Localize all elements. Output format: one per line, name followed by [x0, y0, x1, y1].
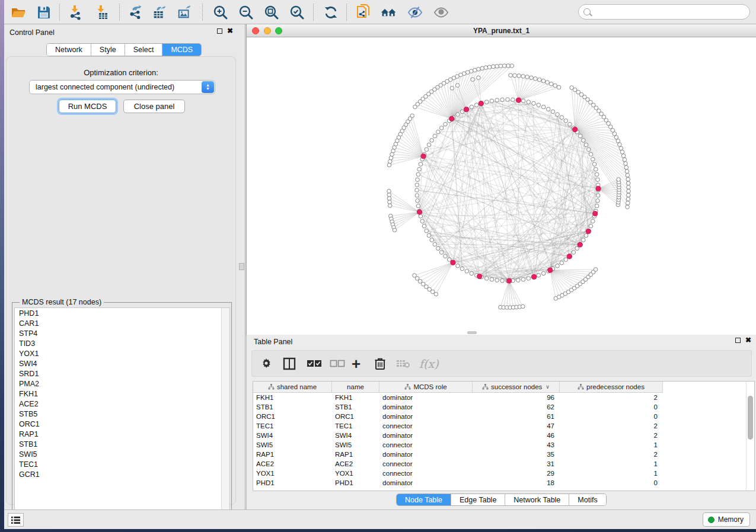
- close-panel-button[interactable]: Close panel: [123, 100, 185, 113]
- add-column-icon[interactable]: +: [352, 355, 361, 372]
- mcds-result-item[interactable]: SWI4: [15, 358, 229, 368]
- dominator-node[interactable]: [479, 101, 483, 106]
- dominator-node[interactable]: [451, 260, 455, 265]
- node-table[interactable]: shared namenameMCDS rolesuccessor nodes∨…: [253, 381, 755, 491]
- float-panel-icon[interactable]: [217, 28, 222, 34]
- mcds-result-item[interactable]: ORC1: [15, 419, 229, 429]
- deselect-all-checkboxes-icon[interactable]: [330, 355, 345, 372]
- dominator-node[interactable]: [417, 210, 422, 214]
- delete-table-icon[interactable]: [396, 355, 410, 372]
- table-row[interactable]: PHD1PHD1dominator180: [253, 479, 747, 488]
- table-row[interactable]: TEC1TEC1connector472: [253, 422, 747, 431]
- tab-network-table[interactable]: Network Table: [505, 494, 569, 505]
- table-options-gear-icon[interactable]: [260, 355, 272, 372]
- mcds-result-item[interactable]: GCR1: [15, 469, 229, 479]
- zoom-fit-icon[interactable]: [263, 4, 280, 21]
- dominator-node[interactable]: [507, 278, 512, 283]
- column-header-MCDS-role[interactable]: MCDS role: [379, 382, 473, 392]
- zoom-in-icon[interactable]: [212, 4, 229, 21]
- export-network-icon[interactable]: [127, 4, 144, 21]
- run-mcds-button[interactable]: Run MCDS: [59, 100, 116, 113]
- column-header-name[interactable]: name: [332, 382, 379, 392]
- dominator-node[interactable]: [464, 107, 468, 112]
- tab-style[interactable]: Style: [91, 44, 125, 56]
- mcds-result-item[interactable]: ACE2: [15, 399, 229, 409]
- splitter-grip[interactable]: [239, 263, 244, 270]
- tab-edge-table[interactable]: Edge Table: [451, 494, 505, 505]
- tab-node-table[interactable]: Node Table: [397, 494, 451, 505]
- mcds-result-item[interactable]: PMA2: [15, 379, 229, 389]
- mcds-result-item[interactable]: STP4: [15, 328, 229, 338]
- dominator-node[interactable]: [586, 229, 591, 233]
- refresh-layout-icon[interactable]: [323, 4, 339, 21]
- panel-splitter[interactable]: [238, 24, 246, 509]
- network-window-titlebar[interactable]: YPA_prune.txt_1: [247, 24, 756, 37]
- mcds-result-item[interactable]: YOX1: [15, 348, 229, 358]
- mcds-result-item[interactable]: STB5: [15, 409, 229, 419]
- dominator-node[interactable]: [573, 127, 578, 132]
- tab-network[interactable]: Network: [47, 44, 91, 56]
- tab-mcds[interactable]: MCDS: [162, 44, 201, 56]
- close-table-panel-icon[interactable]: ✖: [745, 338, 751, 343]
- dominator-node[interactable]: [516, 98, 521, 102]
- criterion-dropdown[interactable]: largest connected component (undirected)…: [29, 80, 215, 94]
- mcds-result-item[interactable]: CAR1: [15, 318, 229, 328]
- network-overview-icon[interactable]: [381, 4, 397, 21]
- zoom-out-icon[interactable]: [238, 4, 254, 21]
- show-column-panel-icon[interactable]: [283, 355, 296, 372]
- show-panels-list-button[interactable]: [8, 513, 24, 527]
- import-network-icon[interactable]: [68, 4, 85, 21]
- dominator-node[interactable]: [578, 242, 582, 247]
- table-row[interactable]: FKH1FKH1dominator962: [253, 393, 747, 403]
- dominator-node[interactable]: [421, 154, 426, 159]
- table-row[interactable]: ORC1ORC1dominator610: [253, 412, 747, 422]
- dominator-node[interactable]: [477, 274, 482, 278]
- table-row[interactable]: SWI5SWI5connector431: [253, 441, 747, 450]
- network-hscroll-thumb[interactable]: [467, 331, 477, 334]
- float-table-panel-icon[interactable]: [735, 338, 741, 343]
- mcds-result-item[interactable]: SWI5: [15, 449, 229, 459]
- dominator-node[interactable]: [548, 268, 553, 273]
- mcds-list-scrollbar[interactable]: [221, 308, 229, 520]
- tab-select[interactable]: Select: [125, 44, 163, 56]
- mcds-result-list[interactable]: PHD1CAR1STP4TID3YOX1SWI4SRD1PMA2FKH1ACE2…: [14, 307, 230, 521]
- function-builder-icon[interactable]: f(x): [419, 355, 439, 372]
- table-row[interactable]: RAP1RAP1dominator352: [253, 450, 747, 460]
- open-session-icon[interactable]: [10, 4, 27, 21]
- hide-graphics-details-icon[interactable]: [407, 4, 423, 21]
- export-table-icon[interactable]: [152, 4, 168, 21]
- import-table-icon[interactable]: [94, 4, 111, 21]
- mcds-result-item[interactable]: TEC1: [15, 459, 229, 469]
- close-panel-icon[interactable]: ✖: [227, 28, 233, 34]
- mcds-result-item[interactable]: SRD1: [15, 368, 229, 379]
- clone-network-icon[interactable]: [355, 4, 372, 21]
- mcds-result-item[interactable]: STB1: [15, 439, 229, 449]
- table-row[interactable]: SWI4SWI4dominator462: [253, 431, 747, 441]
- zoom-selected-icon[interactable]: [289, 4, 305, 21]
- mcds-result-item[interactable]: PHD1: [15, 308, 229, 318]
- table-row[interactable]: STB1STB1dominator620: [253, 403, 747, 412]
- save-session-icon[interactable]: [36, 4, 52, 21]
- delete-column-icon[interactable]: [374, 355, 386, 372]
- table-scrollbar-thumb[interactable]: [748, 396, 753, 440]
- dominator-node[interactable]: [449, 116, 454, 121]
- tab-motifs[interactable]: Motifs: [569, 494, 605, 505]
- select-all-checkboxes-icon[interactable]: [307, 355, 322, 372]
- memory-button[interactable]: Memory: [703, 512, 750, 527]
- search-input[interactable]: [578, 4, 750, 20]
- table-row[interactable]: YOX1YOX1connector291: [253, 469, 747, 479]
- mcds-result-item[interactable]: RAP1: [15, 429, 229, 439]
- dominator-node[interactable]: [567, 254, 572, 259]
- mcds-result-item[interactable]: FKH1: [15, 389, 229, 399]
- network-canvas[interactable]: [247, 37, 756, 335]
- dominator-node[interactable]: [596, 186, 601, 191]
- dominator-node[interactable]: [593, 211, 598, 216]
- table-scrollbar[interactable]: [748, 395, 753, 488]
- table-row[interactable]: ACE2ACE2connector311: [253, 460, 747, 469]
- mcds-result-item[interactable]: TID3: [15, 338, 229, 348]
- column-header-successor-nodes[interactable]: successor nodes∨: [473, 382, 560, 392]
- show-graphics-details-icon[interactable]: [433, 4, 449, 21]
- column-header-shared-name[interactable]: shared name: [253, 382, 332, 392]
- export-image-icon[interactable]: [177, 4, 193, 21]
- column-header-predecessor-nodes[interactable]: predecessor nodes: [560, 382, 663, 392]
